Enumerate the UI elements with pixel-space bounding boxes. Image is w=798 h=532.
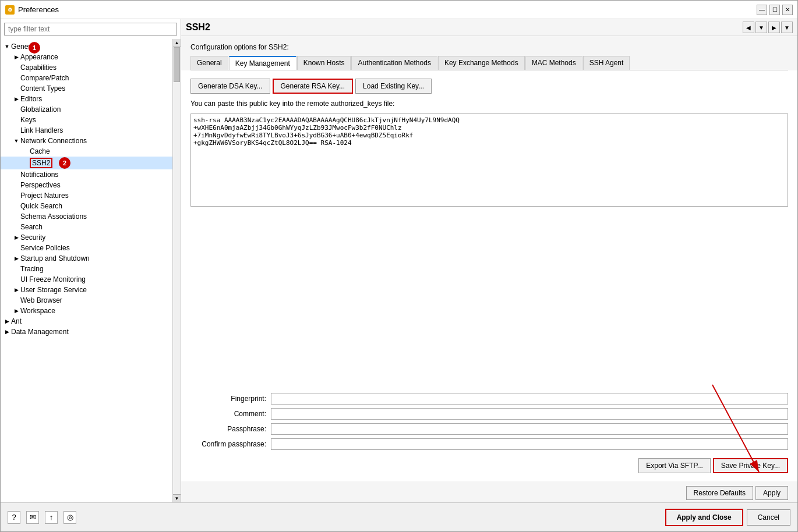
tab-auth-methods[interactable]: Authentication Methods [351, 56, 437, 70]
tree-item-workspace[interactable]: ▶ Workspace [1, 306, 181, 316]
tree-label-project-natures: Project Natures [20, 191, 69, 200]
expand-user-storage-icon: ▶ [12, 287, 20, 293]
tree-item-user-storage[interactable]: ▶ User Storage Service [1, 285, 181, 295]
tree-item-startup-shutdown[interactable]: ▶ Startup and Shutdown [1, 253, 181, 264]
close-button[interactable]: ✕ [782, 5, 793, 15]
save-private-key-button[interactable]: Save Private Key... [713, 458, 788, 473]
bottom-bar: ? ✉ ↑ ◎ Apply and Close Cancel [1, 502, 797, 531]
tab-ssh-agent[interactable]: SSH Agent [583, 56, 630, 70]
help-icon[interactable]: ? [8, 511, 20, 524]
scroll-up-button[interactable]: ▲ [173, 39, 181, 47]
title-bar-controls: — ☐ ✕ [757, 5, 793, 15]
scroll-down-button[interactable]: ▼ [173, 494, 181, 502]
tree-item-notifications[interactable]: Notifications [1, 169, 181, 180]
tree-item-appearance[interactable]: ▶ Appearance [1, 52, 181, 62]
minimize-button[interactable]: — [757, 5, 767, 15]
tree-label-keys: Keys [20, 116, 36, 124]
tree-item-security[interactable]: ▶ Security [1, 232, 181, 243]
expand-ant-icon: ▶ [3, 318, 11, 324]
annotation-1: 1 [29, 42, 40, 54]
tree-item-web-browser[interactable]: Web Browser [1, 295, 181, 306]
tree-label-quick-search: Quick Search [20, 202, 62, 210]
fingerprint-input[interactable] [271, 393, 788, 405]
confirm-passphrase-label: Confirm passphrase: [190, 440, 266, 448]
tree-item-general[interactable]: ▼ General 1 [1, 41, 181, 52]
tab-mac-methods[interactable]: MAC Methods [525, 56, 582, 70]
nav-menu-button[interactable]: ▼ [781, 22, 793, 33]
load-existing-button[interactable]: Load Existing Key... [355, 79, 432, 94]
public-key-description: You can paste this public key into the r… [190, 100, 788, 108]
confirm-passphrase-input[interactable] [271, 438, 788, 450]
nav-back-button[interactable]: ◀ [743, 22, 754, 33]
expand-security-icon: ▶ [12, 235, 20, 240]
passphrase-input[interactable] [271, 423, 788, 435]
generate-rsa-button[interactable]: Generate RSA Key... [273, 79, 354, 94]
public-key-textarea[interactable]: ssh-rsa AAAAB3NzaC1yc2EAAAADAQABAAAAAgQC… [190, 114, 788, 207]
tree-item-ant[interactable]: ▶ Ant [1, 316, 181, 327]
preferences-icon: ⚙ [5, 5, 15, 15]
tree-label-capabilities: Capabilities [20, 63, 57, 72]
restore-defaults-button[interactable]: Restore Defaults [686, 486, 753, 500]
annotation-2: 2 [59, 157, 70, 169]
tab-key-management[interactable]: Key Management [229, 56, 296, 70]
tree-label-data-management: Data Management [11, 328, 69, 336]
tree-item-schema-assoc[interactable]: Schema Associations [1, 211, 181, 222]
form-fields: Fingerprint: Comment: Passphrase: C [190, 393, 788, 450]
target-icon[interactable]: ◎ [63, 511, 76, 524]
tab-known-hosts[interactable]: Known Hosts [297, 56, 351, 70]
tree-label-content-types: Content Types [20, 84, 65, 93]
cancel-button[interactable]: Cancel [747, 509, 790, 526]
tree-label-editors: Editors [20, 95, 42, 103]
confirm-passphrase-row: Confirm passphrase: [190, 438, 788, 450]
export-icon[interactable]: ↑ [45, 511, 58, 524]
tree-item-editors[interactable]: ▶ Editors [1, 94, 181, 104]
tree-item-data-management[interactable]: ▶ Data Management [1, 327, 181, 337]
tree-label-security: Security [20, 233, 45, 242]
filter-input[interactable] [4, 23, 177, 36]
apply-and-close-button[interactable]: Apply and Close [665, 509, 743, 526]
tree-item-keys[interactable]: Keys [1, 115, 181, 125]
tree-scrollbar[interactable]: ▲ ▼ [172, 39, 181, 502]
tree-item-content-types[interactable]: Content Types [1, 83, 181, 94]
email-icon[interactable]: ✉ [26, 511, 39, 524]
tree-item-ui-freeze[interactable]: UI Freeze Monitoring [1, 274, 181, 285]
right-header: Configuration options for SSH2: General … [181, 36, 797, 70]
tree-item-tracing[interactable]: Tracing [1, 264, 181, 274]
generate-dsa-button[interactable]: Generate DSA Key... [190, 79, 270, 94]
tree-item-ssh2[interactable]: SSH2 2 [1, 157, 181, 169]
tree-item-quick-search[interactable]: Quick Search [1, 201, 181, 211]
scroll-thumb[interactable] [174, 47, 180, 82]
tree-item-perspectives[interactable]: Perspectives [1, 180, 181, 190]
tree-item-network-connections[interactable]: ▼ Network Connections [1, 136, 181, 146]
tree-item-search[interactable]: Search [1, 222, 181, 232]
tree-item-capabilities[interactable]: Capabilities [1, 62, 181, 73]
nav-down-button[interactable]: ▼ [755, 22, 767, 33]
tree-label-search: Search [20, 223, 43, 231]
comment-label: Comment: [190, 410, 266, 418]
tree-item-cache[interactable]: Cache [1, 146, 181, 157]
export-sftp-button[interactable]: Export Via SFTP... [638, 458, 711, 473]
tree-item-compare-patch[interactable]: Compare/Patch [1, 73, 181, 83]
tab-general[interactable]: General [190, 56, 228, 70]
tabs-row: General Key Management Known Hosts Authe… [190, 56, 788, 70]
tree-label-tracing: Tracing [20, 265, 44, 273]
comment-input[interactable] [271, 408, 788, 420]
page-title: SSH2 [186, 22, 210, 33]
expand-editors-icon: ▶ [12, 96, 20, 102]
scroll-track [173, 47, 181, 494]
tree-item-link-handlers[interactable]: Link Handlers [1, 125, 181, 136]
right-body: Generate DSA Key... Generate RSA Key... … [181, 70, 797, 481]
tree-label-perspectives: Perspectives [20, 181, 61, 189]
tree-item-service-policies[interactable]: Service Policies [1, 243, 181, 253]
nav-forward-button[interactable]: ▶ [768, 22, 780, 33]
tree-item-globalization[interactable]: Globalization [1, 104, 181, 115]
tab-key-exchange[interactable]: Key Exchange Methods [438, 56, 525, 70]
expand-workspace-icon: ▶ [12, 308, 20, 314]
right-container: SSH2 ◀ ▼ ▶ ▼ Configuration options for S… [181, 19, 797, 502]
expand-data-mgmt-icon: ▶ [3, 329, 11, 335]
apply-button[interactable]: Apply [755, 486, 788, 500]
window-title: Preferences [18, 5, 59, 14]
maximize-button[interactable]: ☐ [769, 5, 780, 15]
tree-label-service-policies: Service Policies [20, 244, 70, 252]
tree-item-project-natures[interactable]: Project Natures [1, 190, 181, 201]
